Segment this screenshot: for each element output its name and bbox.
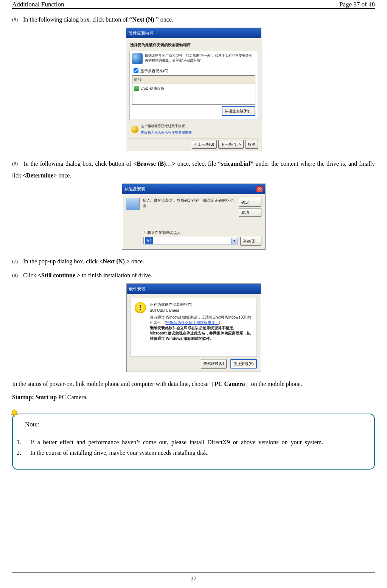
- note-box-wrap: Note: 1. If a better effect and performa…: [12, 414, 375, 470]
- step-text: In the following dialog box, click butto…: [23, 16, 129, 23]
- note-item-text: In the course of installing drive, maybe…: [30, 448, 371, 458]
- paragraph-bold: PC Camera: [214, 381, 245, 387]
- hardware-update-wizard-dialog: 硬件更新向导 选择要为此硬件安装的设备驱动程序 请选定硬件的厂商和型号，然后单击…: [126, 28, 261, 152]
- note-item-text: If a better effect and performance haven…: [30, 437, 371, 448]
- dialog-titlebar: 从磁盘安装 ✕: [122, 184, 265, 194]
- dialog-content: ! 正在为此硬件安装的软件: SCI USB Camera 没有通过 Windo…: [131, 298, 257, 357]
- continue-anyway-button[interactable]: 仍然继续(C): [201, 359, 227, 369]
- step-bold: <Next (N) >: [99, 258, 129, 264]
- header-left: Additional Function: [12, 1, 64, 8]
- copy-source-label: 厂商文件复制来源(C):: [143, 229, 261, 236]
- step-7: (7) In the pop-up dialog box, click <Nex…: [12, 256, 375, 267]
- browse-button[interactable]: 浏览(B)...: [240, 237, 261, 246]
- step-text: to finish installation of drive.: [82, 272, 152, 278]
- dialog-titlebar: 硬件安装: [127, 284, 261, 294]
- combo-selected: A:\: [145, 237, 153, 244]
- step-bold: “scicamd.inf”: [218, 160, 253, 167]
- step-number: (8): [12, 272, 18, 278]
- close-icon[interactable]: ✕: [256, 186, 263, 192]
- step-6: (6) In the following dialog box, click b…: [12, 158, 375, 181]
- model-list: 型号 USB 视频设备: [132, 75, 255, 105]
- warning-line-3: 继续安装此软件会立即或在以后使系统变得不稳定。Microsoft 建议您现在停止…: [150, 325, 253, 341]
- startup-label: Startup: Start up: [12, 394, 58, 400]
- step-bold: <Browse (B)…>: [133, 160, 175, 167]
- show-compatible-checkbox[interactable]: [134, 68, 138, 73]
- step-text: In the following dialog box, click butto…: [23, 160, 133, 167]
- why-test-link[interactable]: 告诉我为什么这个测试很重要。: [166, 320, 219, 325]
- step-text: once, select file: [177, 160, 218, 167]
- figure-dialog-1: 硬件更新向导 选择要为此硬件安装的设备驱动程序 请选定硬件的厂商和型号，然后单击…: [12, 28, 375, 152]
- dialog-buttons: 仍然继续(C) 停止安装(S): [131, 359, 257, 369]
- bell-icon: [10, 408, 19, 417]
- dialog-subtitle: 选择要为此硬件安装的设备驱动程序: [130, 41, 258, 48]
- driver-icon: [134, 86, 139, 91]
- warning-text-part: ): [219, 320, 220, 325]
- device-icon: [132, 53, 143, 64]
- back-button[interactable]: < 上一步(B): [192, 140, 217, 149]
- figure-dialog-2: 从磁盘安装 ✕ 插入厂商的安装盘，然后确定已在下面选定正确的驱动器。 确定 取消: [12, 184, 375, 250]
- dialog-title: 从磁盘安装: [124, 185, 145, 193]
- dialog-panel: 请选定硬件的厂商和型号，然后单击“下一步”。如果手头有包含要安装的驱动程序的磁盘…: [129, 51, 258, 120]
- step-bold: <Still continue >: [38, 272, 80, 278]
- dialog-body: 插入厂商的安装盘，然后确定已在下面选定正确的驱动器。 确定 取消 厂商文件复制来…: [122, 194, 265, 249]
- step-8: (8) Click <Still continue > to finish in…: [12, 270, 375, 281]
- list-header: 型号: [132, 76, 255, 84]
- signed-text: 这个驱动程序已经过数字签署。: [141, 123, 192, 129]
- source-path-combo[interactable]: A:\ ▾: [143, 237, 238, 244]
- dialog-title: 硬件安装: [129, 285, 146, 293]
- step-text: once.: [58, 172, 71, 179]
- note-item-number: 2.: [16, 448, 28, 458]
- step-text: once.: [160, 16, 173, 23]
- install-from-disk-dialog: 从磁盘安装 ✕ 插入厂商的安装盘，然后确定已在下面选定正确的驱动器。 确定 取消: [122, 184, 266, 250]
- cancel-button[interactable]: 取消: [239, 208, 261, 217]
- dialog-body: ! 正在为此硬件安装的软件: SCI USB Camera 没有通过 Windo…: [127, 294, 261, 372]
- dialog-description: 请选定硬件的厂商和型号，然后单击“下一步”。如果手头有包含要安装的驱动程序的磁盘…: [145, 53, 255, 64]
- warning-line-1: 正在为此硬件安装的软件:: [150, 302, 253, 307]
- chevron-down-icon[interactable]: ▾: [231, 238, 238, 244]
- paragraph-text: In the status of power-on, link mobile p…: [12, 381, 214, 387]
- disk-icon: [126, 198, 140, 210]
- signature-row: 这个驱动程序已经过数字签署。 告诉我为什么驱动程序签名很重要: [129, 122, 258, 137]
- dialog-description: 插入厂商的安装盘，然后确定已在下面选定正确的驱动器。: [143, 198, 239, 217]
- ok-button[interactable]: 确定: [239, 198, 261, 207]
- step-bold: “Next (N) ”: [129, 16, 159, 23]
- note-title: Note:: [25, 419, 371, 430]
- step-number: (7): [12, 258, 18, 264]
- note-item-2: 2. In the course of installing drive, ma…: [16, 448, 371, 458]
- wizard-buttons: < 上一步(B) 下一步(N) > 取消: [129, 138, 258, 149]
- checkbox-label: 显示兼容硬件(C): [140, 69, 168, 73]
- page-number: 37: [12, 572, 375, 582]
- page-body: (5) In the following dialog box, click b…: [12, 9, 375, 470]
- signed-icon: [131, 126, 138, 133]
- paragraph-text: ］on the mobile phone.: [245, 381, 302, 387]
- note-item-number: 1.: [16, 437, 28, 448]
- step-text: In the pop-up dialog box, click: [23, 258, 99, 264]
- list-item-label: USB 视频设备: [141, 85, 165, 92]
- pc-camera-paragraph: In the status of power-on, link mobile p…: [12, 378, 375, 390]
- install-from-disk-button[interactable]: 从磁盘安装(H)...: [222, 106, 255, 116]
- why-signing-link[interactable]: 告诉我为什么驱动程序签名很重要: [141, 131, 192, 134]
- header-right: Page 37 of 48: [339, 1, 375, 8]
- warning-text: 正在为此硬件安装的软件: SCI USB Camera 没有通过 Windows…: [150, 302, 253, 341]
- device-name: SCI USB Camera: [150, 308, 253, 313]
- hardware-install-warning-dialog: 硬件安装 ! 正在为此硬件安装的软件: SCI USB Camera 没有通过 …: [126, 283, 261, 372]
- cancel-button[interactable]: 取消: [245, 140, 258, 149]
- startup-text: PC Camera.: [58, 394, 87, 400]
- step-text: once.: [131, 258, 144, 264]
- dialog-title: 硬件更新向导: [129, 29, 154, 37]
- page: Additional Function Page 37 of 48 (5) In…: [0, 0, 387, 588]
- list-item[interactable]: USB 视频设备: [132, 84, 255, 93]
- stop-install-button[interactable]: 停止安装(S): [230, 359, 256, 369]
- svg-point-0: [14, 415, 15, 417]
- dialog-body: 选择要为此硬件安装的设备驱动程序 请选定硬件的厂商和型号，然后单击“下一步”。如…: [126, 38, 261, 152]
- step-number: (5): [12, 17, 18, 22]
- startup-line: Startup: Start up PC Camera.: [12, 392, 375, 403]
- dialog-titlebar: 硬件更新向导: [126, 28, 261, 38]
- next-button[interactable]: 下一步(N) >: [218, 140, 244, 149]
- step-5: (5) In the following dialog box, click b…: [12, 14, 375, 25]
- step-bold: <Determine>: [23, 172, 57, 179]
- compatible-checkbox-row: 显示兼容硬件(C): [132, 67, 255, 75]
- note-box: Note: 1. If a better effect and performa…: [12, 414, 375, 470]
- warning-line-2: 没有通过 Windows 徽标测试，无法验证它同 Windows XP 的相容性…: [150, 315, 253, 325]
- step-text: Click: [23, 272, 36, 278]
